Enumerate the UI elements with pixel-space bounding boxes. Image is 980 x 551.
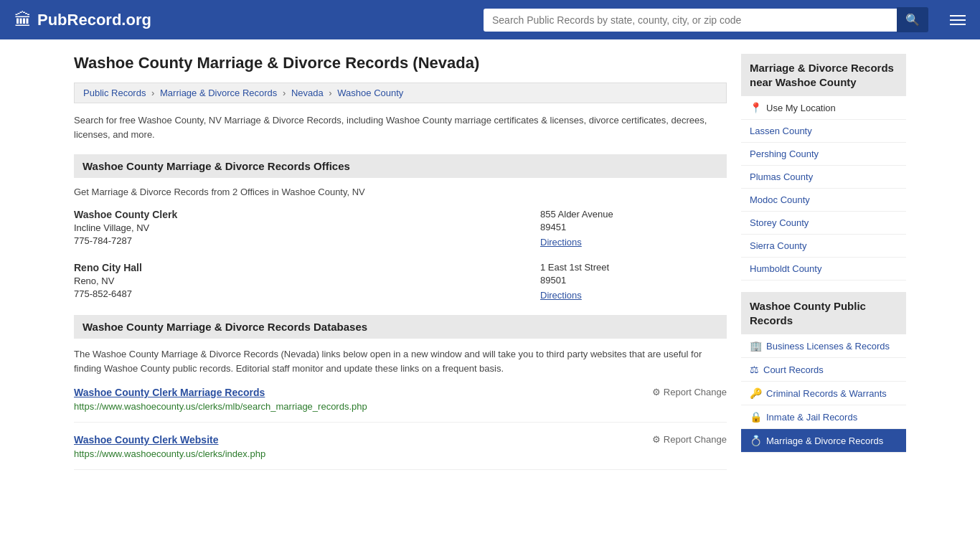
report-change-1[interactable]: ⚙ Report Change: [652, 387, 727, 397]
menu-line-1: [950, 15, 966, 17]
office-phone-2: 775-852-6487: [74, 288, 540, 299]
directions-link-1[interactable]: Directions: [540, 237, 582, 248]
office-city-state-2: Reno, NV: [74, 276, 540, 286]
breadcrumb-sep-2: ›: [283, 88, 286, 98]
page-description: Search for free Washoe County, NV Marria…: [74, 113, 727, 141]
page-title: Washoe County Marriage & Divorce Records…: [74, 54, 727, 72]
nearby-section: Marriage & Divorce Records near Washoe C…: [741, 54, 906, 281]
report-change-2[interactable]: ⚙ Report Change: [652, 434, 727, 445]
main-container: Washoe County Marriage & Divorce Records…: [60, 39, 920, 496]
business-icon: 🏢: [750, 340, 762, 352]
public-records-section-title: Washoe County Public Records: [741, 292, 906, 334]
logo-link[interactable]: 🏛 PubRecord.org: [14, 10, 151, 30]
office-info-1: Washoe County Clerk Incline Village, NV …: [74, 209, 540, 248]
public-records-section: Washoe County Public Records 🏢 Business …: [741, 292, 906, 453]
breadcrumb-marriage-divorce[interactable]: Marriage & Divorce Records: [160, 88, 277, 98]
content-area: Washoe County Marriage & Divorce Records…: [74, 54, 727, 481]
sidebar-use-my-location[interactable]: 📍 Use My Location: [741, 96, 906, 120]
office-zip-1: 89451: [540, 222, 727, 232]
office-street-2: 1 East 1st Street: [540, 262, 727, 273]
office-right-1: 855 Alder Avenue 89451 Directions: [540, 209, 727, 248]
office-entry-1: Washoe County Clerk Incline Village, NV …: [74, 209, 727, 248]
office-phone-1: 775-784-7287: [74, 235, 540, 246]
inmate-icon: 🔒: [750, 411, 762, 423]
sidebar-modoc-county[interactable]: Modoc County: [741, 189, 906, 212]
court-icon: ⚖: [750, 364, 759, 375]
breadcrumb-sep-1: ›: [151, 88, 154, 98]
nearby-section-title: Marriage & Divorce Records near Washoe C…: [741, 54, 906, 96]
db-entry-2: Washoe County Clerk Website ⚙ Report Cha…: [74, 434, 727, 470]
site-header: 🏛 PubRecord.org 🔍: [0, 0, 980, 39]
db-entry-row-2: Washoe County Clerk Website ⚙ Report Cha…: [74, 434, 727, 446]
databases-section-header: Washoe County Marriage & Divorce Records…: [74, 315, 727, 339]
breadcrumb-nevada[interactable]: Nevada: [291, 88, 324, 98]
databases-description: The Washoe County Marriage & Divorce Rec…: [74, 347, 727, 375]
sidebar-lassen-county[interactable]: Lassen County: [741, 120, 906, 143]
db-url-2: https://www.washoecounty.us/clerks/index…: [74, 448, 727, 459]
sidebar: Marriage & Divorce Records near Washoe C…: [741, 54, 906, 481]
sidebar-storey-county[interactable]: Storey County: [741, 212, 906, 235]
search-area: 🔍: [484, 7, 928, 32]
offices-description: Get Marriage & Divorce Records from 2 Of…: [74, 187, 727, 197]
office-name-2: Reno City Hall: [74, 262, 540, 273]
sidebar-pershing-county[interactable]: Pershing County: [741, 143, 906, 166]
sidebar-humboldt-county[interactable]: Humboldt County: [741, 258, 906, 281]
breadcrumb-public-records[interactable]: Public Records: [83, 88, 146, 98]
menu-button[interactable]: [950, 15, 966, 25]
report-change-icon-1: ⚙: [652, 387, 661, 397]
offices-section-header: Washoe County Marriage & Divorce Records…: [74, 154, 727, 178]
breadcrumb-sep-3: ›: [329, 88, 331, 98]
office-name-1: Washoe County Clerk: [74, 209, 540, 220]
db-entry-1: Washoe County Clerk Marriage Records ⚙ R…: [74, 387, 727, 423]
directions-link-2[interactable]: Directions: [540, 290, 582, 301]
menu-line-2: [950, 19, 966, 21]
db-link-2[interactable]: Washoe County Clerk Website: [74, 434, 218, 446]
db-entry-row-1: Washoe County Clerk Marriage Records ⚙ R…: [74, 387, 727, 398]
breadcrumb: Public Records › Marriage & Divorce Reco…: [74, 83, 727, 103]
sidebar-inmate-records[interactable]: 🔒 Inmate & Jail Records: [741, 405, 906, 429]
office-info-2: Reno City Hall Reno, NV 775-852-6487: [74, 262, 540, 301]
db-url-1: https://www.washoecounty.us/clerks/mlb/s…: [74, 401, 727, 412]
criminal-icon: 🔑: [750, 387, 762, 399]
sidebar-court-records[interactable]: ⚖ Court Records: [741, 358, 906, 382]
office-zip-2: 89501: [540, 275, 727, 286]
logo-text: PubRecord.org: [37, 11, 151, 29]
sidebar-marriage-divorce-records[interactable]: 💍 Marriage & Divorce Records: [741, 429, 906, 453]
search-input[interactable]: [484, 9, 897, 32]
menu-line-3: [950, 24, 966, 25]
search-button[interactable]: 🔍: [897, 7, 928, 32]
report-change-icon-2: ⚙: [652, 434, 661, 445]
office-street-1: 855 Alder Avenue: [540, 209, 727, 220]
office-entry-2: Reno City Hall Reno, NV 775-852-6487 1 E…: [74, 262, 727, 301]
location-icon: 📍: [750, 102, 762, 113]
office-right-2: 1 East 1st Street 89501 Directions: [540, 262, 727, 301]
db-link-1[interactable]: Washoe County Clerk Marriage Records: [74, 387, 265, 398]
sidebar-plumas-county[interactable]: Plumas County: [741, 166, 906, 189]
sidebar-sierra-county[interactable]: Sierra County: [741, 235, 906, 258]
logo-icon: 🏛: [14, 10, 32, 30]
marriage-icon: 💍: [750, 435, 762, 446]
breadcrumb-washoe-county[interactable]: Washoe County: [337, 88, 403, 98]
office-city-state-1: Incline Village, NV: [74, 222, 540, 233]
sidebar-criminal-records[interactable]: 🔑 Criminal Records & Warrants: [741, 382, 906, 405]
sidebar-business-licenses[interactable]: 🏢 Business Licenses & Records: [741, 334, 906, 358]
